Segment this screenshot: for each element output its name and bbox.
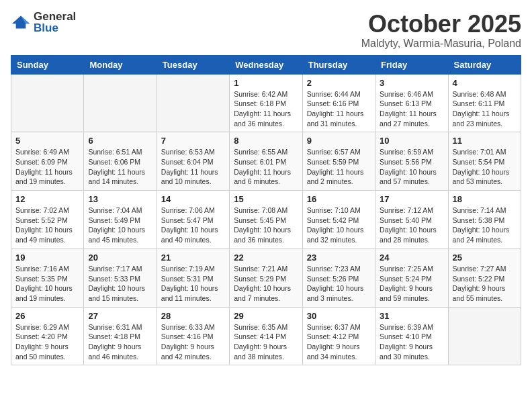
- day-cell: 6Sunrise: 6:51 AM Sunset: 6:06 PM Daylig…: [84, 132, 157, 191]
- day-number: 12: [15, 194, 79, 204]
- logo-icon: [11, 15, 31, 30]
- day-cell: 26Sunrise: 6:29 AM Sunset: 4:20 PM Dayli…: [11, 307, 84, 365]
- day-cell: 2Sunrise: 6:44 AM Sunset: 6:16 PM Daylig…: [302, 74, 375, 132]
- main-title: October 2025: [361, 11, 521, 38]
- day-number: 4: [453, 78, 517, 88]
- day-cell: 1Sunrise: 6:42 AM Sunset: 6:18 PM Daylig…: [230, 74, 302, 132]
- calendar-table: SundayMondayTuesdayWednesdayThursdayFrid…: [11, 55, 521, 366]
- day-number: 17: [380, 194, 443, 204]
- day-info: Sunrise: 7:27 AM Sunset: 5:22 PM Dayligh…: [453, 264, 517, 304]
- day-info: Sunrise: 6:35 AM Sunset: 4:14 PM Dayligh…: [234, 322, 298, 362]
- day-number: 13: [88, 194, 152, 204]
- day-number: 29: [234, 311, 298, 321]
- day-cell: 4Sunrise: 6:48 AM Sunset: 6:11 PM Daylig…: [448, 74, 521, 132]
- day-number: 9: [307, 136, 371, 146]
- day-number: 8: [234, 136, 298, 146]
- weekday-row: SundayMondayTuesdayWednesdayThursdayFrid…: [11, 55, 521, 74]
- day-number: 19: [15, 253, 79, 263]
- weekday-header-sunday: Sunday: [11, 55, 84, 74]
- day-info: Sunrise: 7:01 AM Sunset: 5:54 PM Dayligh…: [453, 147, 517, 187]
- day-info: Sunrise: 6:37 AM Sunset: 4:12 PM Dayligh…: [307, 322, 371, 362]
- logo-blue: Blue: [34, 22, 76, 34]
- day-number: 1: [234, 78, 298, 88]
- day-info: Sunrise: 6:42 AM Sunset: 6:18 PM Dayligh…: [234, 89, 298, 129]
- day-cell: 24Sunrise: 7:25 AM Sunset: 5:24 PM Dayli…: [375, 248, 448, 307]
- day-cell: 29Sunrise: 6:35 AM Sunset: 4:14 PM Dayli…: [230, 307, 302, 365]
- day-info: Sunrise: 7:08 AM Sunset: 5:45 PM Dayligh…: [234, 205, 298, 245]
- weekday-header-saturday: Saturday: [448, 55, 521, 74]
- day-cell: 17Sunrise: 7:12 AM Sunset: 5:40 PM Dayli…: [375, 191, 448, 249]
- weekday-header-friday: Friday: [375, 55, 448, 74]
- day-cell: 7Sunrise: 6:53 AM Sunset: 6:04 PM Daylig…: [157, 132, 229, 191]
- day-cell: 12Sunrise: 7:02 AM Sunset: 5:52 PM Dayli…: [11, 191, 84, 249]
- day-cell: [448, 307, 521, 365]
- day-number: 2: [307, 78, 371, 88]
- day-cell: 16Sunrise: 7:10 AM Sunset: 5:42 PM Dayli…: [302, 191, 375, 249]
- day-number: 5: [15, 136, 79, 146]
- weekday-header-thursday: Thursday: [302, 55, 375, 74]
- day-info: Sunrise: 7:02 AM Sunset: 5:52 PM Dayligh…: [15, 205, 79, 245]
- day-number: 20: [88, 253, 152, 263]
- calendar-header: SundayMondayTuesdayWednesdayThursdayFrid…: [11, 55, 521, 74]
- day-info: Sunrise: 6:53 AM Sunset: 6:04 PM Dayligh…: [161, 147, 225, 187]
- day-number: 7: [161, 136, 225, 146]
- day-number: 6: [88, 136, 152, 146]
- day-info: Sunrise: 7:16 AM Sunset: 5:35 PM Dayligh…: [15, 264, 79, 304]
- day-cell: [157, 74, 229, 132]
- day-info: Sunrise: 7:23 AM Sunset: 5:26 PM Dayligh…: [307, 264, 371, 304]
- day-cell: 15Sunrise: 7:08 AM Sunset: 5:45 PM Dayli…: [230, 191, 302, 249]
- day-info: Sunrise: 7:17 AM Sunset: 5:33 PM Dayligh…: [88, 264, 152, 304]
- day-number: 16: [307, 194, 371, 204]
- day-number: 25: [453, 253, 517, 263]
- day-number: 28: [161, 311, 225, 321]
- week-row-4: 19Sunrise: 7:16 AM Sunset: 5:35 PM Dayli…: [11, 248, 521, 307]
- day-number: 14: [161, 194, 225, 204]
- day-cell: 14Sunrise: 7:06 AM Sunset: 5:47 PM Dayli…: [157, 191, 229, 249]
- day-info: Sunrise: 7:21 AM Sunset: 5:29 PM Dayligh…: [234, 264, 298, 304]
- day-cell: 23Sunrise: 7:23 AM Sunset: 5:26 PM Dayli…: [302, 248, 375, 307]
- day-number: 23: [307, 253, 371, 263]
- day-info: Sunrise: 6:39 AM Sunset: 4:10 PM Dayligh…: [380, 322, 443, 362]
- day-number: 30: [307, 311, 371, 321]
- week-row-1: 1Sunrise: 6:42 AM Sunset: 6:18 PM Daylig…: [11, 74, 521, 132]
- day-info: Sunrise: 7:10 AM Sunset: 5:42 PM Dayligh…: [307, 205, 371, 245]
- day-number: 27: [88, 311, 152, 321]
- day-cell: [84, 74, 157, 132]
- day-info: Sunrise: 6:29 AM Sunset: 4:20 PM Dayligh…: [15, 322, 79, 362]
- day-info: Sunrise: 6:51 AM Sunset: 6:06 PM Dayligh…: [88, 147, 152, 187]
- day-info: Sunrise: 6:48 AM Sunset: 6:11 PM Dayligh…: [453, 89, 517, 129]
- day-cell: 25Sunrise: 7:27 AM Sunset: 5:22 PM Dayli…: [448, 248, 521, 307]
- day-info: Sunrise: 6:33 AM Sunset: 4:16 PM Dayligh…: [161, 322, 225, 362]
- day-cell: 18Sunrise: 7:14 AM Sunset: 5:38 PM Dayli…: [448, 191, 521, 249]
- day-number: 3: [380, 78, 443, 88]
- day-cell: 20Sunrise: 7:17 AM Sunset: 5:33 PM Dayli…: [84, 248, 157, 307]
- week-row-3: 12Sunrise: 7:02 AM Sunset: 5:52 PM Dayli…: [11, 191, 521, 249]
- weekday-header-monday: Monday: [84, 55, 157, 74]
- day-cell: 11Sunrise: 7:01 AM Sunset: 5:54 PM Dayli…: [448, 132, 521, 191]
- day-cell: [11, 74, 84, 132]
- day-info: Sunrise: 7:04 AM Sunset: 5:49 PM Dayligh…: [88, 205, 152, 245]
- day-info: Sunrise: 6:59 AM Sunset: 5:56 PM Dayligh…: [380, 147, 443, 187]
- day-cell: 9Sunrise: 6:57 AM Sunset: 5:59 PM Daylig…: [302, 132, 375, 191]
- logo: General Blue: [11, 11, 76, 34]
- day-number: 24: [380, 253, 443, 263]
- day-info: Sunrise: 7:12 AM Sunset: 5:40 PM Dayligh…: [380, 205, 443, 245]
- weekday-header-wednesday: Wednesday: [230, 55, 302, 74]
- day-cell: 5Sunrise: 6:49 AM Sunset: 6:09 PM Daylig…: [11, 132, 84, 191]
- day-number: 15: [234, 194, 298, 204]
- sub-title: Maldyty, Warmia-Masuria, Poland: [361, 38, 521, 50]
- day-cell: 21Sunrise: 7:19 AM Sunset: 5:31 PM Dayli…: [157, 248, 229, 307]
- day-number: 26: [15, 311, 79, 321]
- day-cell: 30Sunrise: 6:37 AM Sunset: 4:12 PM Dayli…: [302, 307, 375, 365]
- day-cell: 10Sunrise: 6:59 AM Sunset: 5:56 PM Dayli…: [375, 132, 448, 191]
- day-cell: 22Sunrise: 7:21 AM Sunset: 5:29 PM Dayli…: [230, 248, 302, 307]
- day-cell: 28Sunrise: 6:33 AM Sunset: 4:16 PM Dayli…: [157, 307, 229, 365]
- page-header: General Blue October 2025 Maldyty, Warmi…: [11, 11, 521, 50]
- day-cell: 8Sunrise: 6:55 AM Sunset: 6:01 PM Daylig…: [230, 132, 302, 191]
- day-number: 22: [234, 253, 298, 263]
- day-cell: 27Sunrise: 6:31 AM Sunset: 4:18 PM Dayli…: [84, 307, 157, 365]
- day-number: 10: [380, 136, 443, 146]
- day-cell: 31Sunrise: 6:39 AM Sunset: 4:10 PM Dayli…: [375, 307, 448, 365]
- day-cell: 3Sunrise: 6:46 AM Sunset: 6:13 PM Daylig…: [375, 74, 448, 132]
- calendar-body: 1Sunrise: 6:42 AM Sunset: 6:18 PM Daylig…: [11, 74, 521, 365]
